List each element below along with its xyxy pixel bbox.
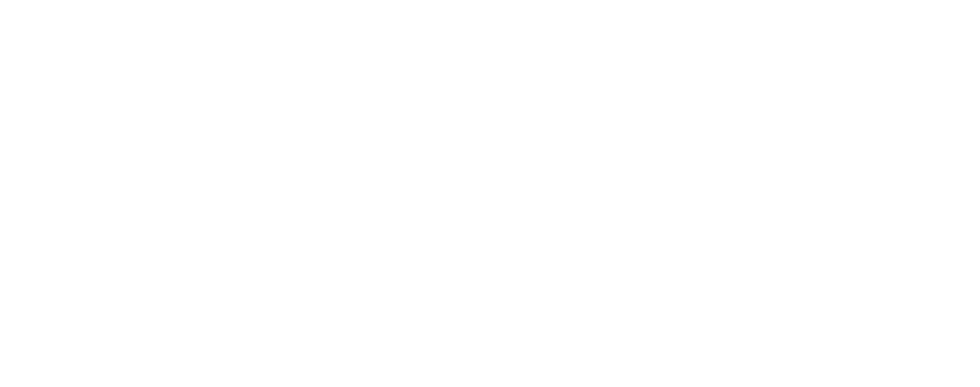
connector-lines: [0, 0, 980, 387]
tree-diagram: [0, 0, 980, 387]
